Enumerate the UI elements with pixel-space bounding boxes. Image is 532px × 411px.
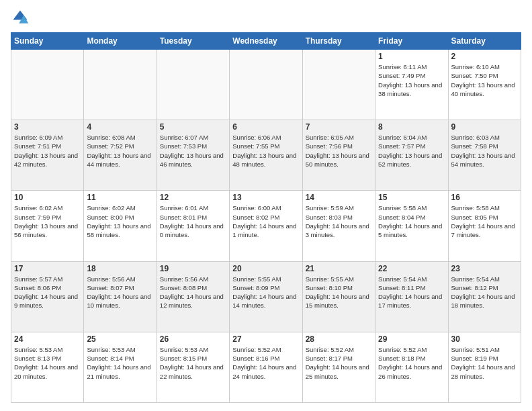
weekday-header-wednesday: Wednesday [230, 33, 302, 50]
day-number: 30 [451, 334, 518, 344]
calendar-table: SundayMondayTuesdayWednesdayThursdayFrid… [11, 32, 521, 403]
day-info: Sunrise: 6:02 AMSunset: 7:59 PMDaylight:… [14, 203, 81, 239]
calendar-cell: 25Sunrise: 5:53 AMSunset: 8:14 PMDayligh… [84, 332, 157, 402]
day-info: Sunrise: 5:53 AMSunset: 8:15 PMDaylight:… [160, 345, 226, 381]
calendar-cell: 18Sunrise: 5:56 AMSunset: 8:07 PMDayligh… [84, 261, 157, 332]
calendar-cell: 14Sunrise: 5:59 AMSunset: 8:03 PMDayligh… [302, 191, 375, 261]
day-number: 8 [378, 122, 445, 132]
calendar-cell: 26Sunrise: 5:53 AMSunset: 8:15 PMDayligh… [157, 332, 229, 402]
day-number: 11 [87, 193, 153, 202]
day-info: Sunrise: 5:55 AMSunset: 8:09 PMDaylight:… [232, 275, 299, 310]
weekday-header-monday: Monday [84, 33, 157, 50]
calendar-cell [302, 50, 375, 120]
calendar-cell: 29Sunrise: 5:52 AMSunset: 8:18 PMDayligh… [375, 332, 448, 402]
calendar-cell: 3Sunrise: 6:09 AMSunset: 7:51 PMDaylight… [11, 120, 84, 191]
day-info: Sunrise: 5:58 AMSunset: 8:04 PMDaylight:… [378, 203, 445, 239]
day-number: 3 [14, 122, 81, 132]
day-info: Sunrise: 5:54 AMSunset: 8:11 PMDaylight:… [378, 275, 445, 310]
day-number: 10 [14, 193, 81, 202]
day-info: Sunrise: 5:55 AMSunset: 8:10 PMDaylight:… [306, 275, 372, 310]
day-number: 26 [160, 334, 226, 344]
day-number: 16 [451, 193, 518, 202]
calendar-cell: 22Sunrise: 5:54 AMSunset: 8:11 PMDayligh… [375, 261, 448, 332]
calendar-cell: 4Sunrise: 6:08 AMSunset: 7:52 PMDaylight… [84, 120, 157, 191]
day-info: Sunrise: 5:52 AMSunset: 8:18 PMDaylight:… [378, 345, 445, 381]
calendar-cell: 8Sunrise: 6:04 AMSunset: 7:57 PMDaylight… [375, 120, 448, 191]
day-number: 2 [451, 52, 518, 61]
calendar-week-row: 10Sunrise: 6:02 AMSunset: 7:59 PMDayligh… [11, 191, 521, 261]
calendar-cell: 28Sunrise: 5:52 AMSunset: 8:17 PMDayligh… [302, 332, 375, 402]
day-info: Sunrise: 6:06 AMSunset: 7:55 PMDaylight:… [232, 133, 299, 169]
day-info: Sunrise: 6:02 AMSunset: 8:00 PMDaylight:… [87, 203, 153, 239]
weekday-header-sunday: Sunday [11, 33, 84, 50]
weekday-header-tuesday: Tuesday [157, 33, 229, 50]
day-number: 13 [232, 193, 299, 202]
day-number: 25 [87, 334, 153, 344]
day-info: Sunrise: 6:03 AMSunset: 7:58 PMDaylight:… [451, 133, 518, 169]
calendar-cell: 10Sunrise: 6:02 AMSunset: 7:59 PMDayligh… [11, 191, 84, 261]
day-info: Sunrise: 6:01 AMSunset: 8:01 PMDaylight:… [160, 203, 226, 239]
day-number: 1 [378, 52, 445, 61]
day-number: 29 [378, 334, 445, 344]
day-info: Sunrise: 6:08 AMSunset: 7:52 PMDaylight:… [87, 133, 153, 169]
day-number: 19 [160, 264, 226, 273]
day-info: Sunrise: 6:11 AMSunset: 7:49 PMDaylight:… [378, 62, 445, 98]
day-number: 23 [451, 264, 518, 273]
calendar-cell: 16Sunrise: 5:58 AMSunset: 8:05 PMDayligh… [448, 191, 521, 261]
day-info: Sunrise: 5:58 AMSunset: 8:05 PMDaylight:… [451, 203, 518, 239]
day-info: Sunrise: 5:57 AMSunset: 8:06 PMDaylight:… [14, 275, 81, 310]
day-info: Sunrise: 6:07 AMSunset: 7:53 PMDaylight:… [160, 133, 226, 169]
calendar-cell: 13Sunrise: 6:00 AMSunset: 8:02 PMDayligh… [230, 191, 302, 261]
day-number: 28 [306, 334, 372, 344]
calendar-cell: 1Sunrise: 6:11 AMSunset: 7:49 PMDaylight… [375, 50, 448, 120]
logo-icon [11, 8, 30, 27]
calendar-cell: 7Sunrise: 6:05 AMSunset: 7:56 PMDaylight… [302, 120, 375, 191]
day-info: Sunrise: 5:53 AMSunset: 8:14 PMDaylight:… [87, 345, 153, 381]
day-number: 24 [14, 334, 81, 344]
calendar-cell: 23Sunrise: 5:54 AMSunset: 8:12 PMDayligh… [448, 261, 521, 332]
day-info: Sunrise: 5:52 AMSunset: 8:17 PMDaylight:… [306, 345, 372, 381]
day-number: 7 [306, 122, 372, 132]
day-number: 21 [306, 264, 372, 273]
day-info: Sunrise: 5:52 AMSunset: 8:16 PMDaylight:… [232, 345, 299, 381]
calendar-week-row: 3Sunrise: 6:09 AMSunset: 7:51 PMDaylight… [11, 120, 521, 191]
calendar-cell: 20Sunrise: 5:55 AMSunset: 8:09 PMDayligh… [230, 261, 302, 332]
day-number: 9 [451, 122, 518, 132]
day-number: 6 [232, 122, 299, 132]
calendar-cell: 17Sunrise: 5:57 AMSunset: 8:06 PMDayligh… [11, 261, 84, 332]
calendar-week-row: 17Sunrise: 5:57 AMSunset: 8:06 PMDayligh… [11, 261, 521, 332]
day-number: 18 [87, 264, 153, 273]
day-info: Sunrise: 6:04 AMSunset: 7:57 PMDaylight:… [378, 133, 445, 169]
calendar-cell [11, 50, 84, 120]
day-number: 15 [378, 193, 445, 202]
calendar-cell: 27Sunrise: 5:52 AMSunset: 8:16 PMDayligh… [230, 332, 302, 402]
day-info: Sunrise: 5:54 AMSunset: 8:12 PMDaylight:… [451, 275, 518, 310]
weekday-header-thursday: Thursday [302, 33, 375, 50]
day-info: Sunrise: 6:00 AMSunset: 8:02 PMDaylight:… [232, 203, 299, 239]
calendar-cell: 11Sunrise: 6:02 AMSunset: 8:00 PMDayligh… [84, 191, 157, 261]
day-info: Sunrise: 6:05 AMSunset: 7:56 PMDaylight:… [306, 133, 372, 169]
day-number: 14 [306, 193, 372, 202]
day-info: Sunrise: 5:53 AMSunset: 8:13 PMDaylight:… [14, 345, 81, 381]
weekday-header-saturday: Saturday [448, 33, 521, 50]
day-number: 20 [232, 264, 299, 273]
day-number: 22 [378, 264, 445, 273]
day-number: 5 [160, 122, 226, 132]
day-number: 12 [160, 193, 226, 202]
calendar-cell: 2Sunrise: 6:10 AMSunset: 7:50 PMDaylight… [448, 50, 521, 120]
day-info: Sunrise: 5:56 AMSunset: 8:07 PMDaylight:… [87, 275, 153, 310]
calendar-cell: 6Sunrise: 6:06 AMSunset: 7:55 PMDaylight… [230, 120, 302, 191]
header [11, 8, 521, 27]
weekday-header-friday: Friday [375, 33, 448, 50]
calendar-cell: 9Sunrise: 6:03 AMSunset: 7:58 PMDaylight… [448, 120, 521, 191]
calendar-cell: 12Sunrise: 6:01 AMSunset: 8:01 PMDayligh… [157, 191, 229, 261]
day-info: Sunrise: 6:09 AMSunset: 7:51 PMDaylight:… [14, 133, 81, 169]
day-info: Sunrise: 5:51 AMSunset: 8:19 PMDaylight:… [451, 345, 518, 381]
calendar-cell: 19Sunrise: 5:56 AMSunset: 8:08 PMDayligh… [157, 261, 229, 332]
logo [11, 8, 32, 27]
calendar-cell [84, 50, 157, 120]
day-info: Sunrise: 6:10 AMSunset: 7:50 PMDaylight:… [451, 62, 518, 98]
calendar-week-row: 24Sunrise: 5:53 AMSunset: 8:13 PMDayligh… [11, 332, 521, 402]
calendar-cell [157, 50, 229, 120]
calendar-cell: 21Sunrise: 5:55 AMSunset: 8:10 PMDayligh… [302, 261, 375, 332]
